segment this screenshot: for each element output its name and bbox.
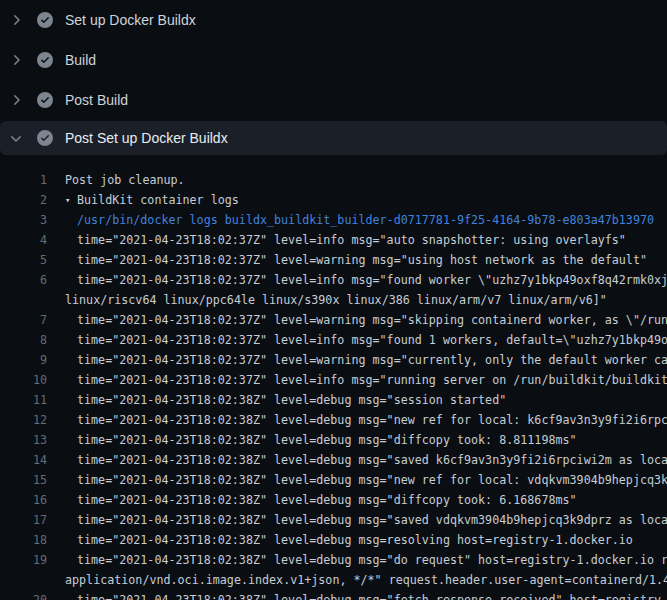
log-line-number[interactable]: 6 [0,270,47,290]
step-section-post-set-up-docker-buildx[interactable]: Post Set up Docker Buildx [0,121,667,155]
log-line: 14 time="2021-04-23T18:02:38Z" level=deb… [0,450,667,470]
log-line-number[interactable] [0,570,47,590]
log-line-number[interactable]: 15 [0,470,47,490]
log-line: application/vnd.oci.image.index.v1+json,… [0,570,667,590]
log-line: 10 time="2021-04-23T18:02:37Z" level=inf… [0,370,667,390]
log-line-number[interactable]: 12 [0,410,47,430]
log-line-text: time="2021-04-23T18:02:37Z" level=info m… [77,230,626,250]
log-line-text: application/vnd.oci.image.index.v1+json,… [65,570,667,590]
log-line-text: time="2021-04-23T18:02:37Z" level=info m… [77,370,667,390]
log-line-text: time="2021-04-23T18:02:37Z" level=warnin… [77,350,667,370]
log-line: 3 /usr/bin/docker logs buildx_buildkit_b… [0,210,667,230]
log-line: 5 time="2021-04-23T18:02:37Z" level=warn… [0,250,667,270]
log-line: 18 time="2021-04-23T18:02:38Z" level=deb… [0,530,667,550]
log-line-text: time="2021-04-23T18:02:37Z" level=warnin… [77,310,667,330]
log-line: 15 time="2021-04-23T18:02:38Z" level=deb… [0,470,667,490]
step-section-label: Post Build [65,92,128,108]
check-circle-icon [37,12,53,28]
step-section-label: Post Set up Docker Buildx [65,130,228,146]
check-circle-icon [37,130,53,146]
log-line-text: time="2021-04-23T18:02:38Z" level=debug … [77,410,667,430]
log-line: 20 time="2021-04-23T18:02:38Z" level=deb… [0,590,667,600]
log-line-text: Post job cleanup. [65,170,185,190]
log-line: 7 time="2021-04-23T18:02:37Z" level=warn… [0,310,667,330]
log-line: linux/riscv64 linux/ppc64le linux/s390x … [0,290,667,310]
log-line-number[interactable]: 18 [0,530,47,550]
log-line-number[interactable]: 16 [0,490,47,510]
chevron-down-icon [8,130,24,146]
log-line-text: time="2021-04-23T18:02:37Z" level=warnin… [77,250,647,270]
log-line: 8 time="2021-04-23T18:02:37Z" level=info… [0,330,667,350]
step-section-post-build[interactable]: Post Build [0,80,667,120]
log-lines: 1 Post job cleanup. 2 ▾ BuildKit contain… [0,155,667,600]
step-section-label: Set up Docker Buildx [65,12,196,28]
log-line-text: time="2021-04-23T18:02:38Z" level=debug … [77,430,577,450]
log-line-text: time="2021-04-23T18:02:38Z" level=debug … [77,490,577,510]
log-line-text: time="2021-04-23T18:02:38Z" level=debug … [77,470,667,490]
log-line: 6 time="2021-04-23T18:02:37Z" level=info… [0,270,667,290]
log-line-text: time="2021-04-23T18:02:38Z" level=debug … [77,390,506,410]
log-line-text: time="2021-04-23T18:02:38Z" level=debug … [77,550,667,570]
log-line: 9 time="2021-04-23T18:02:37Z" level=warn… [0,350,667,370]
log-line: 4 time="2021-04-23T18:02:37Z" level=info… [0,230,667,250]
log-line-text: time="2021-04-23T18:02:38Z" level=debug … [77,530,633,550]
log-line-number[interactable]: 9 [0,350,47,370]
step-section-build[interactable]: Build [0,40,667,80]
steps-list: Set up Docker Buildx Build Post Build Po… [0,0,667,155]
chevron-right-icon [8,52,24,68]
log-line-text: time="2021-04-23T18:02:37Z" level=info m… [77,330,667,350]
log-line-number[interactable]: 19 [0,550,47,570]
log-line-number[interactable]: 5 [0,250,47,270]
log-line: 16 time="2021-04-23T18:02:38Z" level=deb… [0,490,667,510]
log-line: 12 time="2021-04-23T18:02:38Z" level=deb… [0,410,667,430]
log-line-text: time="2021-04-23T18:02:37Z" level=info m… [77,270,667,290]
log-line-text: linux/riscv64 linux/ppc64le linux/s390x … [65,290,607,310]
log-line-number[interactable]: 4 [0,230,47,250]
log-line: 19 time="2021-04-23T18:02:38Z" level=deb… [0,550,667,570]
log-line-number[interactable]: 2 [0,190,47,210]
log-line-text: /usr/bin/docker logs buildx_buildkit_bui… [77,210,654,230]
log-line-text: time="2021-04-23T18:02:38Z" level=debug … [77,450,667,470]
chevron-right-icon [8,12,24,28]
log-line-text: BuildKit container logs [77,190,239,210]
log-line-text: time="2021-04-23T18:02:38Z" level=debug … [77,510,667,530]
group-caret-icon[interactable]: ▾ [65,190,77,210]
check-circle-icon [37,52,53,68]
log-line-number[interactable]: 3 [0,210,47,230]
log-line: 17 time="2021-04-23T18:02:38Z" level=deb… [0,510,667,530]
log-line-number[interactable]: 17 [0,510,47,530]
step-section-label: Build [65,52,96,68]
log-line-number[interactable]: 8 [0,330,47,350]
log-line-number[interactable]: 10 [0,370,47,390]
log-line-number[interactable]: 7 [0,310,47,330]
check-circle-icon [37,92,53,108]
log-line-number[interactable]: 14 [0,450,47,470]
chevron-right-icon [8,92,24,108]
log-line: 13 time="2021-04-23T18:02:38Z" level=deb… [0,430,667,450]
log-line-number[interactable]: 20 [0,590,47,600]
log-line-number[interactable]: 1 [0,170,47,190]
step-section-set-up-docker-buildx[interactable]: Set up Docker Buildx [0,0,667,40]
log-line-number[interactable] [0,290,47,310]
log-line: 2 ▾ BuildKit container logs [0,190,667,210]
log-line-number[interactable]: 13 [0,430,47,450]
log-line: 1 Post job cleanup. [0,170,667,190]
log-line-text: time="2021-04-23T18:02:38Z" level=debug … [77,590,667,600]
log-line: 11 time="2021-04-23T18:02:38Z" level=deb… [0,390,667,410]
log-line-number[interactable]: 11 [0,390,47,410]
